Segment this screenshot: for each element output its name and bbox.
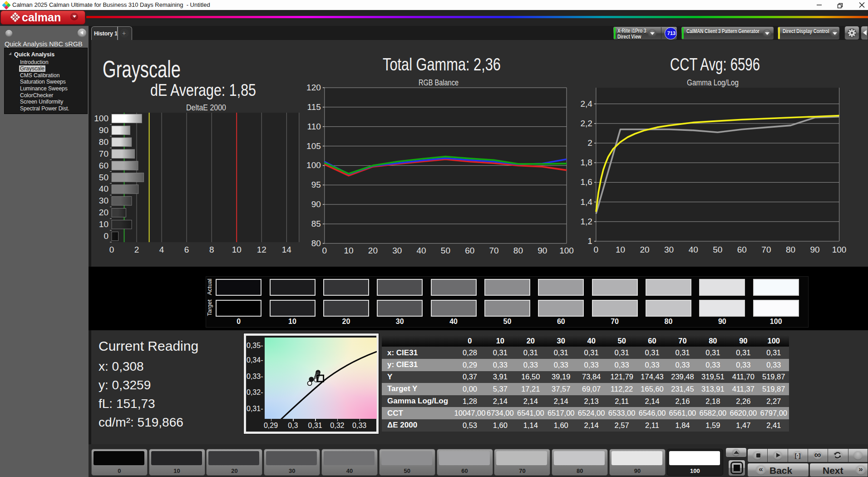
svg-text:40: 40 <box>99 184 108 194</box>
svg-text:20: 20 <box>640 245 649 254</box>
svg-text:100: 100 <box>306 160 321 170</box>
svg-text:0: 0 <box>109 245 114 254</box>
svg-text:85: 85 <box>311 219 321 229</box>
svg-text:6: 6 <box>184 245 189 254</box>
svg-text:90: 90 <box>311 199 321 209</box>
svg-text:20: 20 <box>99 208 108 217</box>
svg-text:120: 120 <box>306 83 321 92</box>
svg-text:105: 105 <box>306 141 321 151</box>
svg-text:2,4: 2,4 <box>580 99 592 109</box>
svg-text:10: 10 <box>232 245 242 254</box>
svg-text:0: 0 <box>322 246 327 255</box>
svg-text:90: 90 <box>538 246 547 255</box>
svg-text:30: 30 <box>99 196 108 205</box>
svg-text:0: 0 <box>104 231 108 241</box>
svg-text:2: 2 <box>587 138 592 148</box>
svg-text:2: 2 <box>134 245 139 254</box>
svg-text:Total Gamma: 2,36: Total Gamma: 2,36 <box>383 55 501 74</box>
svg-text:30: 30 <box>664 245 674 254</box>
svg-text:80: 80 <box>786 245 795 254</box>
svg-text:30: 30 <box>392 246 402 255</box>
svg-text:60: 60 <box>99 161 108 170</box>
svg-text:1,4: 1,4 <box>580 197 592 207</box>
svg-text:1,8: 1,8 <box>580 158 592 167</box>
svg-text:40: 40 <box>689 245 698 254</box>
svg-text:8: 8 <box>209 245 214 254</box>
svg-text:CCT Avg: 6596: CCT Avg: 6596 <box>670 55 760 74</box>
svg-text:100: 100 <box>832 245 847 254</box>
svg-text:Gamma Log/Log: Gamma Log/Log <box>687 78 739 87</box>
svg-text:10: 10 <box>616 245 625 254</box>
svg-text:DeltaE 2000: DeltaE 2000 <box>186 103 226 112</box>
svg-text:70: 70 <box>99 149 108 159</box>
svg-text:40: 40 <box>417 246 426 255</box>
svg-text:dE Average: 1,85: dE Average: 1,85 <box>150 81 256 99</box>
svg-text:RGB Balance: RGB Balance <box>419 78 459 87</box>
svg-text:4: 4 <box>159 245 164 254</box>
svg-text:50: 50 <box>441 246 450 255</box>
svg-text:0: 0 <box>594 245 599 254</box>
svg-text:110: 110 <box>307 122 321 131</box>
svg-text:10: 10 <box>344 246 354 255</box>
svg-text:100: 100 <box>94 114 108 123</box>
svg-text:14: 14 <box>282 245 292 254</box>
svg-text:100: 100 <box>559 246 574 255</box>
svg-text:20: 20 <box>368 246 378 255</box>
svg-text:90: 90 <box>810 245 819 254</box>
svg-text:70: 70 <box>489 246 498 255</box>
svg-text:50: 50 <box>99 173 108 182</box>
svg-text:95: 95 <box>311 180 321 189</box>
svg-text:Grayscale: Grayscale <box>103 56 181 82</box>
svg-text:90: 90 <box>99 125 108 135</box>
svg-text:50: 50 <box>713 245 722 254</box>
svg-text:115: 115 <box>307 102 321 112</box>
svg-text:1: 1 <box>587 236 592 246</box>
svg-text:2,2: 2,2 <box>580 119 592 128</box>
svg-text:80: 80 <box>513 246 523 255</box>
svg-text:60: 60 <box>737 245 747 254</box>
svg-text:10: 10 <box>99 219 108 229</box>
svg-text:1,6: 1,6 <box>580 177 592 187</box>
svg-text:1,2: 1,2 <box>580 217 592 226</box>
svg-text:80: 80 <box>311 238 321 248</box>
svg-text:80: 80 <box>99 137 108 147</box>
svg-text:70: 70 <box>761 245 771 254</box>
svg-text:60: 60 <box>465 246 474 255</box>
svg-text:12: 12 <box>257 245 266 254</box>
